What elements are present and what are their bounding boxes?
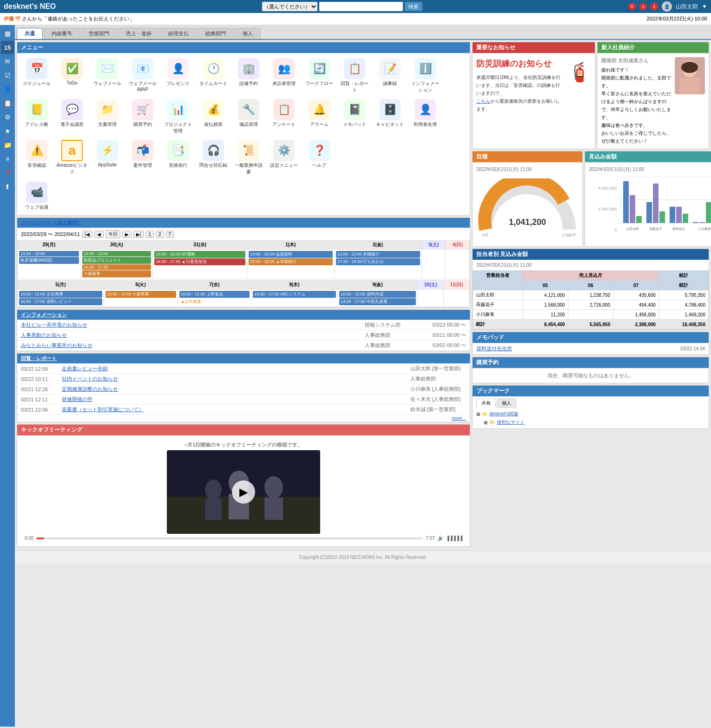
menu-item-webmeeting[interactable]: 📹 ウェブ会議 <box>20 180 53 212</box>
bookmark-tab-personal[interactable]: 個人 <box>497 399 516 408</box>
menu-item-estimate[interactable]: 📑 見積発行 <box>161 138 195 177</box>
wf-link-2[interactable]: 社内イベントのお知らせ <box>62 375 407 382</box>
user-menu-icon[interactable]: ▼ <box>702 3 707 10</box>
menu-item-schedule[interactable]: 📅 スケジュール <box>20 56 53 95</box>
menu-item-ecabinet[interactable]: 💬 電子会議室 <box>55 97 89 136</box>
sched-event-triangle[interactable]: ▲山中産業 <box>179 298 250 305</box>
sched-event[interactable]: 秋原電機(神田様) <box>19 257 79 264</box>
info-link-3[interactable]: みなとみらい事業所のお知らせ <box>21 342 361 349</box>
sidebar-item-date[interactable]: 15 <box>1 41 14 54</box>
tab-extension[interactable]: 内線番号 <box>44 28 80 39</box>
memo-link-1[interactable]: 資料送付先住所 <box>476 345 677 352</box>
bookmark-expand-icon-2[interactable]: ⊞ <box>484 420 487 425</box>
menu-item-safety[interactable]: ⚠️ 安否確認 <box>20 138 53 177</box>
workflow-title-link[interactable]: 回覧・レポート <box>21 355 57 361</box>
sched-first-btn[interactable]: |◀ <box>82 231 92 238</box>
menu-item-timecard[interactable]: 🕐 タイムカード <box>197 56 230 95</box>
search-category-select[interactable]: （選んでください） <box>262 2 317 11</box>
sidebar-item-mail[interactable]: ✉ <box>1 55 14 68</box>
sidebar-item-help[interactable]: ❓ <box>1 166 14 179</box>
sched-view-2[interactable]: 2 <box>156 231 164 238</box>
menu-item-bulletin[interactable]: 📝 議事録 <box>373 56 407 95</box>
menu-item-purchase-mgr[interactable]: 🛒 購買予約 <box>126 97 159 136</box>
sidebar-item-home[interactable]: ▦ <box>1 27 14 40</box>
information-title-link[interactable]: インフォメーション <box>21 312 67 317</box>
sched-event[interactable]: 13:00 - 15:00 <box>19 251 79 256</box>
tab-accounting[interactable]: 経理支払 <box>160 28 197 39</box>
tab-sales-dept[interactable]: 営業部門 <box>81 28 117 39</box>
menu-item-project[interactable]: 📊 プロジェクト管理 <box>161 97 195 136</box>
video-play-button[interactable]: ▶ <box>232 480 255 504</box>
search-button[interactable]: 検索 <box>405 2 422 11</box>
menu-item-mail-mgr[interactable]: 📬 案件管理 <box>126 138 159 177</box>
sched-event[interactable]: 14:00 - 17:00 中田丸産業 <box>339 298 416 305</box>
notif-sender[interactable]: 伊藤 守 <box>4 16 20 21</box>
wf-link-5[interactable]: 提案書（セット割引実施について） <box>62 406 407 413</box>
sched-event[interactable]: 10:00 - 12:00 <box>82 251 151 256</box>
wf-link-1[interactable]: 企画書レビュー依頼 <box>62 365 407 372</box>
sched-event[interactable]: 11:00 - 12:00 本橋銀行 <box>336 251 420 258</box>
menu-item-todo[interactable]: ✅ ToDo <box>55 56 89 95</box>
info-link-2[interactable]: 人事異動のお知らせ <box>21 332 361 339</box>
menu-item-presence[interactable]: 👤 プレゼンス <box>161 56 195 95</box>
menu-item-document[interactable]: 📁 文書管理 <box>91 97 124 136</box>
bookmark-item-2[interactable]: ⊞ 📁 便利なサイト <box>476 418 705 426</box>
sched-view-1[interactable]: 1 <box>145 231 154 238</box>
sched-event[interactable]: 16:00 - 17:00 資料レビュー <box>19 298 102 305</box>
tab-sales-progress[interactable]: 売上・進捗 <box>118 28 159 39</box>
sched-event[interactable]: 10:00 - 14:00 小麦商事 <box>105 291 176 298</box>
sched-event[interactable]: 10:00 - 11:00 上野食品 <box>179 291 250 298</box>
sched-event[interactable]: 17:30 - 18:30 打ち合わせ <box>336 258 420 265</box>
sched-event[interactable]: 16:30 - 17:30 <box>82 264 151 270</box>
sched-event[interactable]: 16:30 - 17:30 ▲日暮里放送 <box>154 258 245 265</box>
bookmark-link-2[interactable]: 便利なサイト <box>497 419 525 426</box>
menu-item-facility[interactable]: 🏢 設備予約 <box>232 56 265 95</box>
menu-item-alarm[interactable]: 🔔 アラーム <box>303 97 336 136</box>
sidebar-item-menu[interactable]: ≡ <box>1 152 14 165</box>
tab-shared[interactable]: 共通 <box>17 28 43 39</box>
menu-item-inquiry[interactable]: 🎧 問合せ対応録 <box>197 138 230 177</box>
sched-event[interactable]: 15:00 - 16:00 EF運動 <box>154 251 245 258</box>
sched-event[interactable]: 小麦商事 <box>82 270 151 277</box>
menu-item-information[interactable]: ℹ️ インフォメーション <box>408 56 442 95</box>
sched-event[interactable]: 16:00 - 17:00 ABCシステム <box>253 291 336 298</box>
sched-event[interactable]: 13:00 - 15:00 会議資料 <box>249 251 333 258</box>
sched-event[interactable]: 10:00 - 11:00 古谷商事 <box>19 291 102 298</box>
menu-item-appsuite[interactable]: ⚡ AppSuite <box>91 138 124 177</box>
sched-last-btn[interactable]: ▶| <box>133 231 144 238</box>
sidebar-item-report[interactable]: 📋 <box>1 97 14 110</box>
sched-prev-btn[interactable]: ◀ <box>94 231 104 238</box>
sched-event[interactable]: 新製品プロジェクト <box>82 257 151 264</box>
bookmark-tab-shared[interactable]: 共有 <box>476 399 496 408</box>
menu-item-users[interactable]: 👤 利用者名簿 <box>408 97 442 136</box>
menu-item-survey[interactable]: 📋 アンケート <box>267 97 301 136</box>
wf-link-4[interactable]: 研修開催の件 <box>62 396 407 403</box>
menu-item-help[interactable]: ❓ ヘルプ <box>303 138 336 177</box>
menu-item-equipment[interactable]: 🔧 備品管理 <box>232 97 265 136</box>
sched-event[interactable]: 15:00 - 18:00 ▲本橋銀行 <box>249 258 333 265</box>
bookmark-link-1[interactable]: desknet's関連 <box>489 411 518 417</box>
wf-link-3[interactable]: 定期健康診断のお知らせ <box>62 386 407 393</box>
video-volume-icon[interactable]: 🔊 <box>438 536 443 541</box>
sidebar-item-settings[interactable]: ⚙ <box>1 111 14 124</box>
menu-item-visitor[interactable]: 👥 来訪者管理 <box>267 56 301 95</box>
sidebar-item-up[interactable]: ⬆ <box>1 180 14 193</box>
sidebar-item-folder[interactable]: 📁 <box>1 138 14 151</box>
more-link[interactable]: more... <box>17 415 470 422</box>
info-link-1[interactable]: 本社ビル一斉停電のお知らせ <box>21 321 361 328</box>
bookmark-expand-icon-1[interactable]: ⊞ <box>476 412 480 417</box>
menu-item-settings[interactable]: ⚙️ 設定メニュー <box>267 138 301 177</box>
bookmark-item-1[interactable]: ⊞ 📁 desknet's関連 <box>476 410 705 418</box>
sched-view-3[interactable]: 7 <box>166 231 174 238</box>
menu-item-report[interactable]: 📋 回覧・レポート <box>338 56 371 95</box>
sidebar-item-todo[interactable]: ☑ <box>1 69 14 82</box>
sched-event[interactable]: 10:00 - 12:00 資料作成 <box>339 291 416 298</box>
menu-item-workflow[interactable]: 🔄 ワークフロー <box>303 56 336 95</box>
search-input[interactable] <box>319 2 403 11</box>
menu-item-webmail[interactable]: ✉️ ウェブメール <box>91 56 124 95</box>
menu-item-cabinet[interactable]: 🗄️ キャビネット <box>373 97 407 136</box>
sidebar-item-star[interactable]: ★ <box>1 125 14 138</box>
menu-item-address[interactable]: 📒 アドレス帳 <box>20 97 53 136</box>
tab-general-affairs[interactable]: 総務部門 <box>198 28 234 39</box>
menu-item-webmail-imap[interactable]: 📧 ウェブメールIMAP <box>126 56 159 95</box>
